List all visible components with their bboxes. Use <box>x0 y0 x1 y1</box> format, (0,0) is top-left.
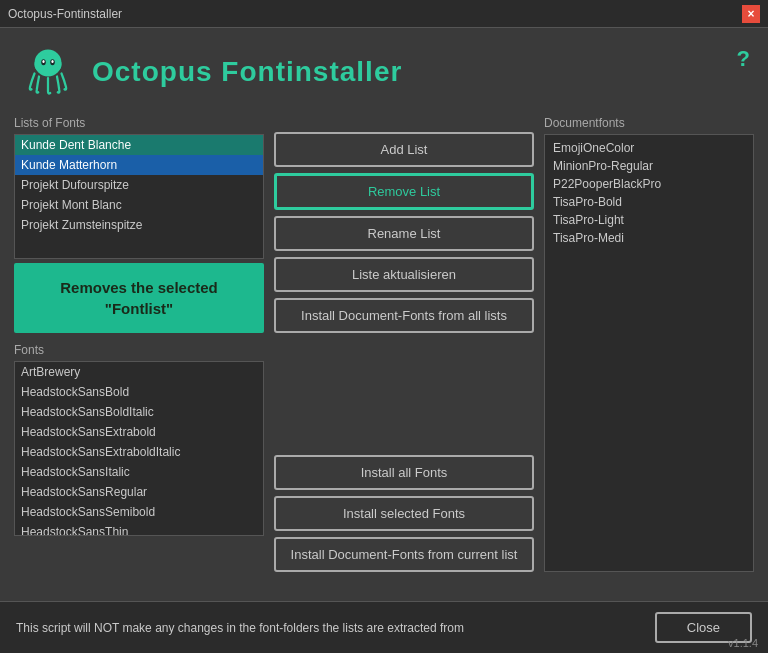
rename-list-button[interactable]: Rename List <box>274 216 534 251</box>
doc-font-item[interactable]: P22PooperBlackPro <box>549 175 749 193</box>
documentfonts-box: EmojiOneColor MinionPro-Regular P22Poope… <box>544 134 754 572</box>
doc-font-item[interactable]: TisaPro-Bold <box>549 193 749 211</box>
lists-area: Lists of Fonts Kunde Dent Blanche Kunde … <box>14 112 264 259</box>
remove-list-button[interactable]: Remove List <box>274 173 534 210</box>
title-bar-text: Octopus-Fontinstaller <box>8 7 122 21</box>
font-item[interactable]: HeadstockSansThin <box>15 522 263 536</box>
font-item[interactable]: ArtBrewery <box>15 362 263 382</box>
font-item[interactable]: HeadstockSansSemibold <box>15 502 263 522</box>
liste-aktualisieren-button[interactable]: Liste aktualisieren <box>274 257 534 292</box>
close-window-button[interactable]: × <box>742 5 760 23</box>
font-item[interactable]: HeadstockSansBoldItalic <box>15 402 263 422</box>
fonts-section-label: Fonts <box>14 343 264 357</box>
install-all-fonts-button[interactable]: Install all Fonts <box>274 455 534 490</box>
right-panel: Documentfonts EmojiOneColor MinionPro-Re… <box>544 112 754 572</box>
doc-font-item[interactable]: MinionPro-Regular <box>549 157 749 175</box>
font-item[interactable]: HeadstockSansExtraboldItalic <box>15 442 263 462</box>
tooltip-text: Removes the selected "Fontlist" <box>60 279 218 317</box>
font-item[interactable]: HeadstockSansItalic <box>15 462 263 482</box>
list-item[interactable]: Projekt Zumsteinspitze <box>15 215 263 235</box>
fonts-area: Fonts ArtBrewery HeadstockSansBold Heads… <box>14 339 264 536</box>
svg-point-5 <box>35 54 62 75</box>
list-item[interactable]: Projekt Mont Blanc <box>15 195 263 215</box>
octopus-icon <box>18 42 78 102</box>
app-title: Octopus Fontinstaller <box>92 56 402 88</box>
tooltip-box: Removes the selected "Fontlist" <box>14 263 264 333</box>
font-item[interactable]: HeadstockSansRegular <box>15 482 263 502</box>
doc-font-item[interactable]: EmojiOneColor <box>549 139 749 157</box>
install-document-fonts-current-button[interactable]: Install Document-Fonts from current list <box>274 537 534 572</box>
install-selected-fonts-button[interactable]: Install selected Fonts <box>274 496 534 531</box>
font-item[interactable]: HeadstockSansExtrabold <box>15 422 263 442</box>
list-item[interactable]: Projekt Dufourspitze <box>15 175 263 195</box>
add-list-button[interactable]: Add List <box>274 132 534 167</box>
fonts-list-box: ArtBrewery HeadstockSansBold HeadstockSa… <box>14 361 264 536</box>
header: Octopus Fontinstaller ? <box>0 28 768 112</box>
title-bar: Octopus-Fontinstaller × <box>0 0 768 28</box>
documentfonts-label: Documentfonts <box>544 116 754 130</box>
doc-font-item[interactable]: TisaPro-Light <box>549 211 749 229</box>
lists-list-box: Kunde Dent Blanche Kunde Matterhorn Proj… <box>14 134 264 259</box>
help-button[interactable]: ? <box>737 46 750 72</box>
left-panel: Lists of Fonts Kunde Dent Blanche Kunde … <box>14 112 264 572</box>
list-item[interactable]: Kunde Dent Blanche <box>15 135 263 155</box>
svg-point-9 <box>51 60 53 63</box>
doc-font-item[interactable]: TisaPro-Medi <box>549 229 749 247</box>
middle-panel: Add List Remove List Rename List Liste a… <box>274 112 534 572</box>
bottom-bar: This script will NOT make any changes in… <box>0 601 768 653</box>
lists-section-label: Lists of Fonts <box>14 116 264 130</box>
svg-point-8 <box>42 60 44 63</box>
font-item[interactable]: HeadstockSansBold <box>15 382 263 402</box>
list-item[interactable]: Kunde Matterhorn <box>15 155 263 175</box>
bottom-notice: This script will NOT make any changes in… <box>16 621 464 635</box>
install-document-fonts-all-button[interactable]: Install Document-Fonts from all lists <box>274 298 534 333</box>
version-text: v1.1.4 <box>728 637 758 649</box>
